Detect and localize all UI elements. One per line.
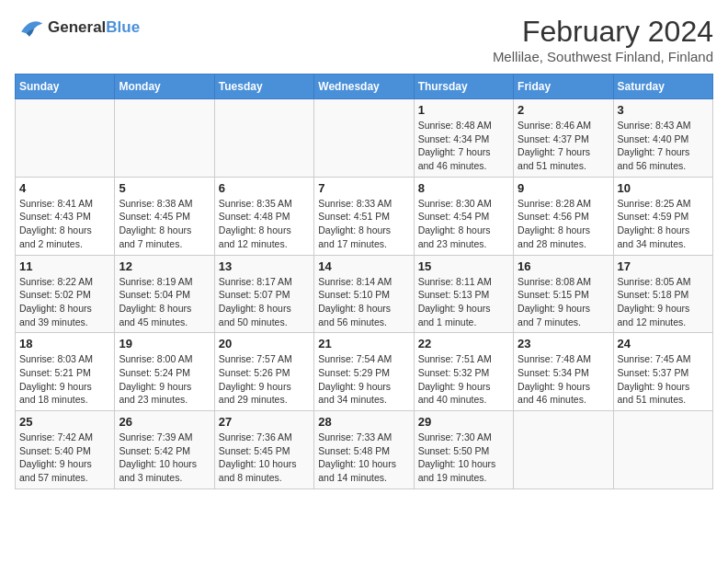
calendar-cell: 9Sunrise: 8:28 AM Sunset: 4:56 PM Daylig…	[514, 177, 613, 255]
calendar-cell: 24Sunrise: 7:45 AM Sunset: 5:37 PM Dayli…	[613, 333, 712, 411]
day-number: 17	[618, 259, 709, 273]
calendar-cell: 18Sunrise: 8:03 AM Sunset: 5:21 PM Dayli…	[16, 333, 115, 411]
day-info: Sunrise: 7:57 AM Sunset: 5:26 PM Dayligh…	[219, 352, 310, 407]
calendar-cell: 7Sunrise: 8:33 AM Sunset: 4:51 PM Daylig…	[314, 177, 414, 255]
day-number: 28	[318, 415, 409, 429]
col-header-wednesday: Wednesday	[314, 75, 414, 99]
calendar-cell: 26Sunrise: 7:39 AM Sunset: 5:42 PM Dayli…	[115, 411, 214, 489]
week-row-1: 1Sunrise: 8:48 AM Sunset: 4:34 PM Daylig…	[16, 99, 713, 178]
day-number: 22	[418, 337, 509, 350]
day-number: 23	[518, 337, 609, 350]
calendar-cell	[16, 99, 115, 178]
day-info: Sunrise: 8:05 AM Sunset: 5:18 PM Dayligh…	[618, 275, 709, 329]
col-header-sunday: Sunday	[16, 75, 115, 99]
calendar-cell: 29Sunrise: 7:30 AM Sunset: 5:50 PM Dayli…	[414, 411, 513, 489]
calendar-header-row: SundayMondayTuesdayWednesdayThursdayFrid…	[16, 75, 713, 99]
col-header-friday: Friday	[514, 75, 613, 99]
week-row-4: 18Sunrise: 8:03 AM Sunset: 5:21 PM Dayli…	[16, 333, 713, 411]
subtitle: Mellilae, Southwest Finland, Finland	[493, 49, 713, 64]
day-info: Sunrise: 8:03 AM Sunset: 5:21 PM Dayligh…	[19, 352, 110, 407]
calendar-cell: 16Sunrise: 8:08 AM Sunset: 5:15 PM Dayli…	[514, 255, 613, 333]
day-number: 5	[119, 181, 210, 195]
week-row-5: 25Sunrise: 7:42 AM Sunset: 5:40 PM Dayli…	[16, 411, 713, 489]
day-info: Sunrise: 7:51 AM Sunset: 5:32 PM Dayligh…	[418, 352, 509, 407]
calendar-cell: 2Sunrise: 8:46 AM Sunset: 4:37 PM Daylig…	[514, 99, 613, 178]
day-info: Sunrise: 8:17 AM Sunset: 5:07 PM Dayligh…	[219, 275, 310, 329]
day-info: Sunrise: 7:39 AM Sunset: 5:42 PM Dayligh…	[119, 431, 210, 485]
day-number: 2	[518, 103, 609, 117]
day-info: Sunrise: 7:36 AM Sunset: 5:45 PM Dayligh…	[219, 431, 310, 485]
day-number: 4	[19, 181, 110, 195]
title-area: February 2024 Mellilae, Southwest Finlan…	[493, 15, 713, 64]
day-number: 16	[518, 259, 609, 273]
calendar-table: SundayMondayTuesdayWednesdayThursdayFrid…	[15, 74, 713, 489]
calendar-cell: 14Sunrise: 8:14 AM Sunset: 5:10 PM Dayli…	[314, 255, 414, 333]
day-info: Sunrise: 8:22 AM Sunset: 5:02 PM Dayligh…	[19, 275, 110, 329]
day-number: 11	[19, 259, 110, 273]
day-info: Sunrise: 8:30 AM Sunset: 4:54 PM Dayligh…	[418, 197, 509, 251]
day-number: 19	[119, 337, 210, 350]
calendar-cell: 21Sunrise: 7:54 AM Sunset: 5:29 PM Dayli…	[314, 333, 414, 411]
calendar-cell: 5Sunrise: 8:38 AM Sunset: 4:45 PM Daylig…	[115, 177, 214, 255]
calendar-cell	[115, 99, 214, 178]
calendar-cell: 1Sunrise: 8:48 AM Sunset: 4:34 PM Daylig…	[414, 99, 513, 178]
day-info: Sunrise: 7:45 AM Sunset: 5:37 PM Dayligh…	[618, 352, 709, 407]
day-info: Sunrise: 7:30 AM Sunset: 5:50 PM Dayligh…	[418, 431, 509, 485]
day-number: 15	[418, 259, 509, 273]
day-number: 20	[219, 337, 310, 350]
calendar-cell: 27Sunrise: 7:36 AM Sunset: 5:45 PM Dayli…	[214, 411, 313, 489]
calendar-cell: 22Sunrise: 7:51 AM Sunset: 5:32 PM Dayli…	[414, 333, 513, 411]
day-info: Sunrise: 8:41 AM Sunset: 4:43 PM Dayligh…	[19, 197, 110, 251]
calendar-cell: 28Sunrise: 7:33 AM Sunset: 5:48 PM Dayli…	[314, 411, 414, 489]
day-number: 13	[219, 259, 310, 273]
day-info: Sunrise: 7:42 AM Sunset: 5:40 PM Dayligh…	[19, 431, 110, 485]
col-header-saturday: Saturday	[613, 75, 712, 99]
day-number: 3	[618, 103, 709, 117]
calendar-cell: 17Sunrise: 8:05 AM Sunset: 5:18 PM Dayli…	[613, 255, 712, 333]
day-info: Sunrise: 8:43 AM Sunset: 4:40 PM Dayligh…	[618, 119, 709, 173]
calendar-cell	[214, 99, 313, 178]
day-info: Sunrise: 8:46 AM Sunset: 4:37 PM Dayligh…	[518, 119, 609, 173]
calendar-cell	[514, 411, 613, 489]
day-number: 9	[518, 181, 609, 195]
day-info: Sunrise: 8:28 AM Sunset: 4:56 PM Dayligh…	[518, 197, 609, 251]
day-info: Sunrise: 7:48 AM Sunset: 5:34 PM Dayligh…	[518, 352, 609, 407]
day-number: 6	[219, 181, 310, 195]
day-info: Sunrise: 7:54 AM Sunset: 5:29 PM Dayligh…	[318, 352, 409, 407]
day-info: Sunrise: 8:00 AM Sunset: 5:24 PM Dayligh…	[119, 352, 210, 407]
day-info: Sunrise: 7:33 AM Sunset: 5:48 PM Dayligh…	[318, 431, 409, 485]
calendar-cell: 10Sunrise: 8:25 AM Sunset: 4:59 PM Dayli…	[613, 177, 712, 255]
col-header-thursday: Thursday	[414, 75, 513, 99]
week-row-3: 11Sunrise: 8:22 AM Sunset: 5:02 PM Dayli…	[16, 255, 713, 333]
col-header-tuesday: Tuesday	[214, 75, 313, 99]
calendar-cell: 8Sunrise: 8:30 AM Sunset: 4:54 PM Daylig…	[414, 177, 513, 255]
day-info: Sunrise: 8:48 AM Sunset: 4:34 PM Dayligh…	[418, 119, 509, 173]
day-info: Sunrise: 8:11 AM Sunset: 5:13 PM Dayligh…	[418, 275, 509, 329]
day-number: 18	[19, 337, 110, 350]
calendar-cell: 25Sunrise: 7:42 AM Sunset: 5:40 PM Dayli…	[16, 411, 115, 489]
calendar-cell	[613, 411, 712, 489]
day-number: 12	[119, 259, 210, 273]
day-number: 8	[418, 181, 509, 195]
logo: GeneralBlue	[15, 15, 140, 40]
day-info: Sunrise: 8:33 AM Sunset: 4:51 PM Dayligh…	[318, 197, 409, 251]
calendar-cell: 6Sunrise: 8:35 AM Sunset: 4:48 PM Daylig…	[214, 177, 313, 255]
day-number: 25	[19, 415, 110, 429]
calendar-cell: 11Sunrise: 8:22 AM Sunset: 5:02 PM Dayli…	[16, 255, 115, 333]
col-header-monday: Monday	[115, 75, 214, 99]
day-number: 7	[318, 181, 409, 195]
day-info: Sunrise: 8:08 AM Sunset: 5:15 PM Dayligh…	[518, 275, 609, 329]
week-row-2: 4Sunrise: 8:41 AM Sunset: 4:43 PM Daylig…	[16, 177, 713, 255]
calendar-cell: 19Sunrise: 8:00 AM Sunset: 5:24 PM Dayli…	[115, 333, 214, 411]
logo-text: GeneralBlue	[48, 18, 140, 37]
main-title: February 2024	[493, 15, 713, 49]
calendar-cell	[314, 99, 414, 178]
calendar-cell: 20Sunrise: 7:57 AM Sunset: 5:26 PM Dayli…	[214, 333, 313, 411]
day-number: 21	[318, 337, 409, 350]
day-number: 10	[618, 181, 709, 195]
day-info: Sunrise: 8:25 AM Sunset: 4:59 PM Dayligh…	[618, 197, 709, 251]
calendar-cell: 13Sunrise: 8:17 AM Sunset: 5:07 PM Dayli…	[214, 255, 313, 333]
day-number: 1	[418, 103, 509, 117]
calendar-cell: 12Sunrise: 8:19 AM Sunset: 5:04 PM Dayli…	[115, 255, 214, 333]
day-number: 26	[119, 415, 210, 429]
